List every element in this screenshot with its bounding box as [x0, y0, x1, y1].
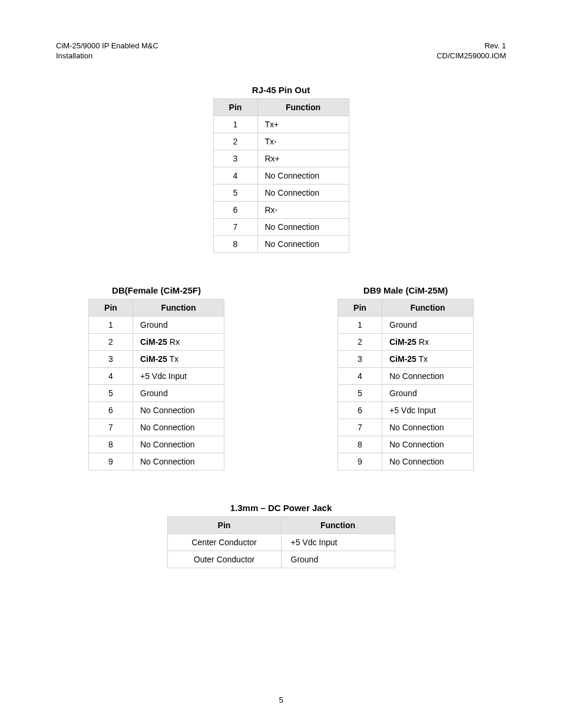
pin-cell: Outer Conductor	[167, 551, 281, 568]
function-cell: Tx-	[257, 133, 349, 150]
function-cell: No Connection	[382, 419, 474, 436]
header-right: Rev. 1 CD/CIM259000.IOM	[437, 41, 506, 61]
dcjack-body: Center Conductor+5 Vdc InputOuter Conduc…	[167, 533, 395, 568]
db9m-body: 1Ground2CiM-25 Rx3CiM-25 Tx4No Connectio…	[338, 316, 474, 470]
function-cell: CiM-25 Tx	[382, 350, 474, 367]
db9m-title: DB9 Male (CiM-25M)	[338, 285, 474, 295]
pin-cell: 7	[89, 419, 133, 436]
function-cell: No Connection	[257, 218, 349, 235]
pin-cell: 1	[213, 116, 257, 133]
pin-cell: 6	[213, 201, 257, 218]
function-cell: Ground	[382, 316, 474, 333]
pin-cell: 6	[89, 401, 133, 419]
function-cell: Ground	[281, 551, 395, 568]
dcjack-col-pin: Pin	[167, 516, 281, 533]
function-cell: Tx+	[257, 116, 349, 133]
pin-cell: 2	[338, 333, 382, 350]
pin-cell: 5	[338, 384, 382, 401]
function-cell: Ground	[133, 384, 224, 401]
function-cell: No Connection	[133, 453, 224, 470]
pin-cell: 4	[89, 367, 133, 384]
function-cell: No Connection	[257, 167, 349, 184]
table-row: 6No Connection	[89, 401, 224, 419]
db9m-block: DB9 Male (CiM-25M) Pin Function 1Ground2…	[338, 285, 474, 470]
pin-cell: 5	[213, 184, 257, 201]
function-cell: No Connection	[133, 419, 224, 436]
page-number: 5	[0, 696, 562, 704]
table-row: 2CiM-25 Rx	[89, 333, 224, 350]
rj45-table: Pin Function 1Tx+2Tx-3Rx+4No Connection5…	[213, 98, 349, 253]
table-row: 4No Connection	[338, 367, 474, 384]
pin-cell: 3	[89, 350, 133, 367]
function-cell: Ground	[133, 316, 224, 333]
function-cell: Rx+	[257, 150, 349, 167]
pin-cell: 1	[338, 316, 382, 333]
pin-cell: 2	[89, 333, 133, 350]
pin-cell: 8	[89, 436, 133, 453]
bold-prefix: CiM-25	[140, 337, 167, 347]
table-row: Outer ConductorGround	[167, 551, 395, 568]
pin-cell: 6	[338, 401, 382, 419]
table-row: 9No Connection	[338, 453, 474, 470]
table-row: 5Ground	[89, 384, 224, 401]
pin-cell: 3	[213, 150, 257, 167]
function-cell: +5 Vdc Input	[281, 533, 395, 551]
table-row: 2CiM-25 Rx	[338, 333, 474, 350]
table-row: 4+5 Vdc Input	[89, 367, 224, 384]
pin-cell: 9	[89, 453, 133, 470]
table-row: 1Ground	[89, 316, 224, 333]
db9f-body: 1Ground2CiM-25 Rx3CiM-25 Tx4+5 Vdc Input…	[89, 316, 224, 470]
rj45-col-pin: Pin	[213, 98, 257, 116]
function-cell: No Connection	[257, 235, 349, 252]
pin-cell: 3	[338, 350, 382, 367]
function-cell: No Connection	[133, 436, 224, 453]
table-row: 4No Connection	[213, 167, 349, 184]
pin-cell: Center Conductor	[167, 533, 281, 551]
function-cell: CiM-25 Rx	[133, 333, 224, 350]
function-cell: CiM-25 Rx	[382, 333, 474, 350]
table-row: 2Tx-	[213, 133, 349, 150]
table-row: 6+5 Vdc Input	[338, 401, 474, 419]
table-row: 8No Connection	[89, 436, 224, 453]
table-row: 7No Connection	[338, 419, 474, 436]
db9-section: DB(Female (CiM-25F) Pin Function 1Ground…	[56, 285, 506, 470]
table-row: 5No Connection	[213, 184, 349, 201]
table-row: 3CiM-25 Tx	[89, 350, 224, 367]
table-row: 7No Connection	[213, 218, 349, 235]
function-cell: Rx-	[257, 201, 349, 218]
function-cell: No Connection	[257, 184, 349, 201]
pin-cell: 8	[338, 436, 382, 453]
pin-cell: 5	[89, 384, 133, 401]
function-cell: No Connection	[382, 436, 474, 453]
header-left-line2: Installation	[56, 51, 158, 61]
db9f-block: DB(Female (CiM-25F) Pin Function 1Ground…	[88, 285, 224, 470]
table-row: 8No Connection	[213, 235, 349, 252]
bold-prefix: CiM-25	[140, 354, 167, 364]
header-left: CiM-25/9000 IP Enabled M&C Installation	[56, 41, 158, 61]
function-cell: CiM-25 Tx	[133, 350, 224, 367]
function-cell: No Connection	[133, 401, 224, 419]
table-row: 5Ground	[338, 384, 474, 401]
pin-cell: 7	[338, 419, 382, 436]
bold-prefix: CiM-25	[389, 337, 416, 347]
db9m-col-func: Function	[382, 299, 474, 316]
rj45-body: 1Tx+2Tx-3Rx+4No Connection5No Connection…	[213, 116, 349, 252]
header-right-line1: Rev. 1	[437, 41, 506, 51]
bold-prefix: CiM-25	[389, 354, 416, 364]
pin-cell: 9	[338, 453, 382, 470]
pin-cell: 7	[213, 218, 257, 235]
table-row: 7No Connection	[89, 419, 224, 436]
pin-cell: 4	[338, 367, 382, 384]
db9f-table: Pin Function 1Ground2CiM-25 Rx3CiM-25 Tx…	[88, 299, 224, 470]
pin-cell: 4	[213, 167, 257, 184]
db9m-table: Pin Function 1Ground2CiM-25 Rx3CiM-25 Tx…	[338, 299, 474, 470]
function-cell: +5 Vdc Input	[382, 401, 474, 419]
table-row: 6Rx-	[213, 201, 349, 218]
db9f-col-pin: Pin	[89, 299, 133, 316]
header-left-line1: CiM-25/9000 IP Enabled M&C	[56, 41, 158, 51]
pin-cell: 8	[213, 235, 257, 252]
pin-cell: 2	[213, 133, 257, 150]
db9f-col-func: Function	[133, 299, 224, 316]
db9m-col-pin: Pin	[338, 299, 382, 316]
dcjack-title: 1.3mm – DC Power Jack	[167, 503, 395, 513]
